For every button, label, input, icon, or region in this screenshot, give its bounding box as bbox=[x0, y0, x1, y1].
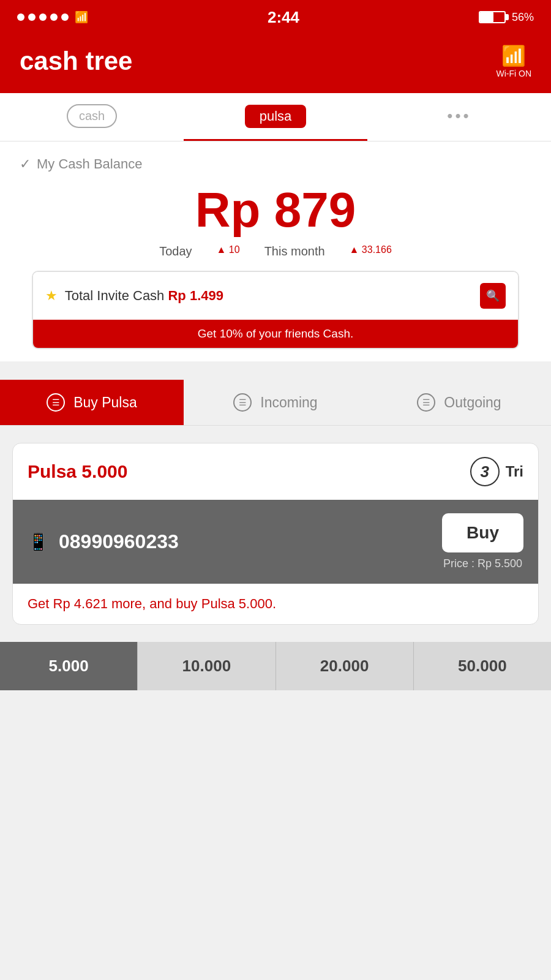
tab-outgoing[interactable]: ☰ Outgoing bbox=[367, 380, 551, 425]
phone-icon: 📱 bbox=[28, 532, 49, 552]
operator-info: 3 Tri bbox=[470, 457, 523, 486]
action-tabs: ☰ Buy Pulsa ☰ Incoming ☰ Outgoing bbox=[0, 380, 551, 426]
pulsa-card-title: Pulsa 5.000 bbox=[28, 461, 127, 482]
status-left: 📶 bbox=[17, 10, 88, 24]
status-right: 56% bbox=[479, 11, 534, 24]
balance-label-text: My Cash Balance bbox=[37, 156, 142, 172]
tab-pulsa[interactable]: pulsa bbox=[184, 105, 367, 141]
invite-text: ★ Total Invite Cash Rp 1.499 bbox=[45, 288, 223, 304]
check-icon: ✓ bbox=[20, 156, 31, 172]
pulsa-note: Get Rp 4.621 more, and buy Pulsa 5.000. bbox=[28, 596, 276, 611]
phone-row: 📱 08990960233 bbox=[28, 530, 179, 553]
invite-banner[interactable]: ★ Total Invite Cash Rp 1.499 🔍 Get 10% o… bbox=[32, 271, 519, 349]
wifi-on-icon: 📶 bbox=[501, 44, 526, 67]
pulsa-card-header: Pulsa 5.000 3 Tri bbox=[13, 443, 538, 500]
pulsa-card-body: 📱 08990960233 Buy Price : Rp 5.500 bbox=[13, 500, 538, 584]
wifi-icon: 📶 bbox=[75, 10, 88, 24]
denomination-row: 5.000 10.000 20.000 50.000 bbox=[0, 642, 551, 690]
balance-label-row: ✓ My Cash Balance bbox=[20, 156, 531, 172]
app-header: cash tree 📶 Wi-Fi ON bbox=[0, 34, 551, 93]
invite-amount: Rp 1.499 bbox=[168, 288, 223, 303]
battery-icon bbox=[479, 11, 506, 23]
incoming-label: Incoming bbox=[260, 394, 317, 411]
cash-tab-label: cash bbox=[67, 104, 117, 128]
invite-top: ★ Total Invite Cash Rp 1.499 🔍 bbox=[33, 272, 518, 320]
outgoing-label: Outgoing bbox=[444, 394, 501, 411]
denom-50000[interactable]: 50.000 bbox=[413, 642, 551, 690]
incoming-icon: ☰ bbox=[233, 393, 252, 412]
buy-section: Buy Price : Rp 5.500 bbox=[442, 513, 523, 570]
signal-dots bbox=[17, 13, 69, 21]
buy-pulsa-label: Buy Pulsa bbox=[73, 394, 137, 411]
status-bar: 📶 2:44 56% bbox=[0, 0, 551, 34]
tab-cash[interactable]: cash bbox=[0, 104, 184, 141]
more-dots: ••• bbox=[447, 107, 471, 126]
operator-name: Tri bbox=[506, 463, 523, 480]
buy-pulsa-icon: ☰ bbox=[47, 393, 65, 412]
denom-10000[interactable]: 10.000 bbox=[137, 642, 275, 690]
main-tabs: cash pulsa ••• bbox=[0, 93, 551, 141]
invite-bottom: Get 10% of your friends Cash. bbox=[33, 320, 518, 348]
today-value: ▲ 10 bbox=[217, 244, 240, 258]
tab-buy-pulsa[interactable]: ☰ Buy Pulsa bbox=[0, 380, 184, 425]
phone-number: 08990960233 bbox=[59, 530, 179, 553]
buy-button[interactable]: Buy bbox=[442, 513, 523, 552]
tab-more[interactable]: ••• bbox=[367, 107, 551, 138]
outgoing-icon: ☰ bbox=[417, 393, 435, 412]
search-button[interactable]: 🔍 bbox=[480, 283, 506, 309]
pulsa-card-footer: Get Rp 4.621 more, and buy Pulsa 5.000. bbox=[13, 584, 538, 624]
star-icon: ★ bbox=[45, 288, 58, 303]
month-value: ▲ 33.166 bbox=[350, 244, 392, 258]
balance-amount: Rp 879 bbox=[20, 182, 531, 238]
tri-logo-icon: 3 bbox=[470, 457, 500, 486]
today-label: Today bbox=[159, 244, 192, 258]
wifi-on-badge: 📶 Wi-Fi ON bbox=[496, 44, 531, 78]
denom-20000[interactable]: 20.000 bbox=[276, 642, 413, 690]
battery-percent: 56% bbox=[512, 11, 534, 24]
price-label: Price : Rp 5.500 bbox=[443, 557, 522, 570]
month-label: This month bbox=[264, 244, 325, 258]
tab-incoming[interactable]: ☰ Incoming bbox=[184, 380, 367, 425]
status-time: 2:44 bbox=[268, 8, 299, 27]
denom-5000[interactable]: 5.000 bbox=[0, 642, 137, 690]
app-title: cash tree bbox=[20, 47, 132, 76]
pulsa-card: Pulsa 5.000 3 Tri 📱 08990960233 Buy Pric… bbox=[12, 443, 539, 625]
balance-section: ✓ My Cash Balance Rp 879 Today ▲ 10 This… bbox=[0, 141, 551, 361]
balance-stats: Today ▲ 10 This month ▲ 33.166 bbox=[20, 244, 531, 258]
wifi-on-label: Wi-Fi ON bbox=[496, 69, 531, 78]
invite-sub-text: Get 10% of your friends Cash. bbox=[198, 327, 354, 340]
pulsa-tab-label: pulsa bbox=[245, 105, 307, 128]
